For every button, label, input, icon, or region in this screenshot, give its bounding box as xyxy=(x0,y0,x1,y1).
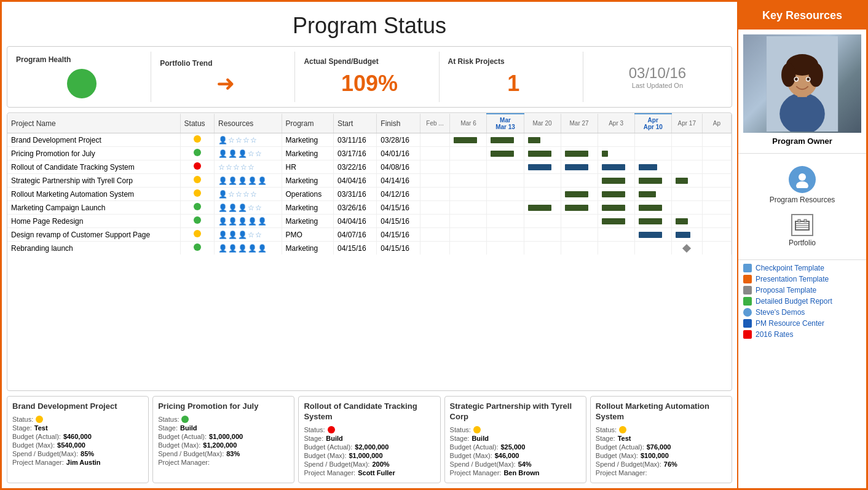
gantt-cell xyxy=(420,242,450,255)
link-demos[interactable]: Steve's Demos xyxy=(743,308,861,317)
status-cell xyxy=(180,188,214,201)
gantt-cell xyxy=(420,147,450,160)
table-row: Home Page Redesign 👤👤👤👤👤 Marketing 04/04… xyxy=(7,215,732,228)
project-name-cell: Brand Development Project xyxy=(7,133,180,147)
gantt-cell xyxy=(634,228,671,242)
gantt-cell xyxy=(702,174,731,188)
gantt-cell xyxy=(487,174,524,188)
project-name-cell: Pricing Promotion for July xyxy=(7,147,180,160)
card-budget-max-row: Budget (Max): $1,200,000 xyxy=(158,441,289,449)
gantt-cell xyxy=(524,160,561,174)
link-rates[interactable]: 2016 Rates xyxy=(743,330,861,339)
resources-cell: 👤👤👤☆☆ xyxy=(214,147,282,160)
link-budget[interactable]: Detailed Budget Report xyxy=(743,297,861,306)
link-presentation[interactable]: Presentation Template xyxy=(743,275,861,283)
col-start: Start xyxy=(333,114,376,133)
card-status-dot xyxy=(36,416,43,423)
table-row: Rebranding launch 👤👤👤👤👤 Marketing 04/15/… xyxy=(7,242,732,255)
card-stage: Build xyxy=(326,435,343,442)
gantt-cell xyxy=(702,242,731,255)
resources-cell: 👤☆☆☆☆ xyxy=(214,188,282,201)
card-stage: Test xyxy=(34,424,48,432)
card-budget-actual-row: Budget (Actual): $76,000 xyxy=(596,443,727,451)
link-proposal[interactable]: Proposal Template xyxy=(743,286,861,294)
resource-person-icon xyxy=(789,166,816,193)
start-cell: 03/26/16 xyxy=(333,201,376,215)
start-cell: 03/11/16 xyxy=(333,133,376,147)
svg-point-13 xyxy=(796,181,808,188)
gantt-cell xyxy=(420,133,450,147)
resources-cell: 👤☆☆☆☆ xyxy=(214,133,282,147)
card-spend: 85% xyxy=(81,450,94,457)
card-status-row: Status: xyxy=(596,426,727,433)
link-icon xyxy=(743,264,752,272)
gantt-cell xyxy=(524,147,561,160)
gantt-cell xyxy=(702,133,731,147)
card-budget-actual: $460,000 xyxy=(63,433,92,440)
card-title: Rollout Marketing Automation System xyxy=(596,401,727,422)
card-spend-row: Spend / Budget(Max): 200% xyxy=(304,460,435,468)
status-cell xyxy=(180,160,214,174)
link-icon xyxy=(743,297,752,306)
sidebar: Key Resources xyxy=(737,2,866,488)
card-budget-actual-row: Budget (Actual): $460,000 xyxy=(12,433,143,440)
app-container: Program Status Program Health Portfolio … xyxy=(2,2,866,488)
card-budget-max: $540,000 xyxy=(57,441,85,449)
link-pm-resource[interactable]: PM Resource Center xyxy=(743,319,861,328)
page-title: Program Status xyxy=(7,7,732,41)
gantt-cell xyxy=(634,160,671,174)
link-checkpoint[interactable]: Checkpoint Template xyxy=(743,264,861,272)
finish-cell: 04/08/16 xyxy=(377,160,420,174)
link-icon xyxy=(743,275,752,283)
gantt-cell xyxy=(702,215,731,228)
card-status-row: Status: xyxy=(304,426,435,433)
project-name-cell: Rollout Marketing Automation System xyxy=(7,188,180,201)
table-row: Rollout Marketing Automation System 👤☆☆☆… xyxy=(7,188,732,201)
kpi-at-risk-label: At Risk Projects xyxy=(448,57,505,66)
start-cell: 04/15/16 xyxy=(333,242,376,255)
gantt-cell xyxy=(634,215,671,228)
card-stage: Test xyxy=(618,435,631,442)
gantt-cell xyxy=(598,174,634,188)
card-title: Pricing Promotion for July xyxy=(158,401,289,412)
gantt-cell xyxy=(561,147,598,160)
gantt-cell xyxy=(702,201,731,215)
svg-point-6 xyxy=(781,63,795,87)
gantt-cell xyxy=(487,133,524,147)
link-label: Steve's Demos xyxy=(756,308,805,317)
card-budget-actual-row: Budget (Actual): $1,000,000 xyxy=(158,433,289,440)
program-owner-photo xyxy=(743,34,861,133)
resources-cell: 👤👤👤👤👤 xyxy=(214,242,282,255)
status-dot xyxy=(194,216,201,224)
program-cell: Marketing xyxy=(282,147,333,160)
gantt-cell xyxy=(420,174,450,188)
svg-rect-19 xyxy=(804,219,807,222)
card-stage-row: Stage: Build xyxy=(304,435,435,442)
sidebar-resources: Program Resources Portfolio xyxy=(743,159,861,255)
col-status: Status xyxy=(180,114,214,133)
card-pm-row: Project Manager: Scott Fuller xyxy=(304,469,435,476)
svg-rect-15 xyxy=(795,223,809,224)
col-resources: Resources xyxy=(214,114,282,133)
svg-point-11 xyxy=(807,77,810,81)
card-budget-max-row: Budget (Max): $540,000 xyxy=(12,441,143,449)
link-icon xyxy=(743,308,752,317)
table-row: Strategic Partnership with Tyrell Corp 👤… xyxy=(7,174,732,188)
program-cell: PMO xyxy=(282,228,333,242)
card-spend: 76% xyxy=(664,460,677,468)
gantt-cell xyxy=(561,188,598,201)
table-row: Rollout of Candidate Tracking System ☆☆☆… xyxy=(7,160,732,174)
finish-cell: 04/01/16 xyxy=(377,147,420,160)
gantt-cell xyxy=(598,201,634,215)
card-stage: Build xyxy=(180,424,197,432)
gantt-cell xyxy=(420,201,450,215)
col-mar6: Mar 6 xyxy=(450,114,487,133)
gantt-cell xyxy=(561,133,598,147)
gantt-cell xyxy=(450,133,487,147)
main-content: Program Status Program Health Portfolio … xyxy=(2,2,737,488)
link-label: 2016 Rates xyxy=(756,330,793,339)
kpi-last-updated-date: 03/10/16 xyxy=(629,65,686,82)
svg-rect-17 xyxy=(795,227,809,227)
card-pm-row: Project Manager: xyxy=(596,469,727,476)
finish-cell: 03/28/16 xyxy=(377,133,420,147)
